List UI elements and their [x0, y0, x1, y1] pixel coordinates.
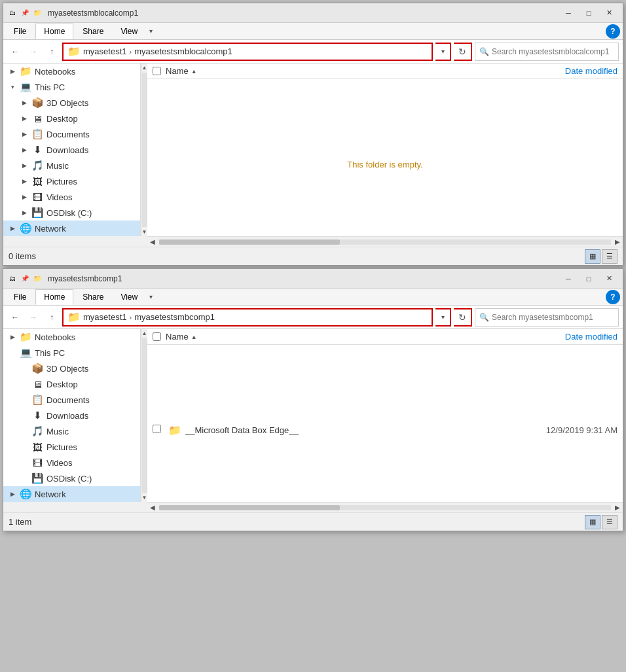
close-button[interactable]: ✕ — [599, 6, 619, 20]
file-checkbox[interactable] — [153, 425, 161, 433]
view-buttons: ▦ ☰ — [585, 249, 617, 264]
maximize-button[interactable]: □ — [579, 272, 598, 286]
hscroll-thumb[interactable] — [159, 239, 340, 245]
minimize-button[interactable]: ─ — [559, 6, 578, 20]
sidebar-item-desktop[interactable]: ▶ 🖥 Desktop — [3, 111, 140, 126]
sidebar-item-documents[interactable]: 📋 Documents — [3, 392, 140, 408]
sidebar-item-notebooks[interactable]: ▶ 📁 Notebooks — [3, 63, 140, 79]
sidebar-item-3d-objects[interactable]: 📦 3D Objects — [3, 361, 140, 376]
help-button[interactable]: ? — [606, 24, 620, 39]
sidebar: ▶ 📁 Notebooks 💻 This PC 📦 3D Objects 🖥 D… — [3, 329, 141, 502]
sidebar-item-this-pc[interactable]: 💻 This PC — [3, 345, 140, 361]
sidebar-item-music[interactable]: 🎵 Music — [3, 423, 140, 439]
tab-home[interactable]: Home — [35, 24, 73, 39]
tab-share[interactable]: Share — [75, 24, 111, 39]
titlebar-app-icons: 🗂 📌 📁 — [7, 8, 43, 18]
address-box[interactable]: 📁 myasetest1 › myasetestsmblocalcomp1 — [62, 43, 433, 61]
select-all-checkbox[interactable] — [153, 67, 161, 75]
sidebar-icon-pictures: 🖼 — [31, 175, 44, 187]
scroll-down-button[interactable]: ▼ — [142, 228, 147, 236]
select-all-checkbox[interactable] — [153, 332, 161, 341]
sidebar-item-network[interactable]: ▶ 🌐 Network — [3, 221, 140, 236]
search-input[interactable] — [492, 47, 614, 56]
sidebar-icon-desktop: 🖥 — [31, 378, 44, 390]
tab-view[interactable]: View — [113, 24, 145, 39]
address-box[interactable]: 📁 myasetest1 › myasetestsmbcomp1 — [62, 308, 433, 327]
app-icon-pin: 📌 — [20, 274, 30, 284]
sidebar-chevron-notebooks: ▶ — [9, 68, 16, 75]
vertical-scrollbar[interactable]: ▲ ▼ — [141, 329, 147, 502]
sidebar-label-downloads: Downloads — [46, 145, 138, 155]
grid-view-button[interactable]: ▦ — [585, 249, 600, 264]
sidebar-item-pictures[interactable]: 🖼 Pictures — [3, 439, 140, 455]
tab-file[interactable]: File — [6, 290, 34, 304]
sidebar-item-documents[interactable]: ▶ 📋 Documents — [3, 126, 140, 142]
header-checkbox[interactable] — [153, 67, 166, 75]
sidebar-item-3d-objects[interactable]: ▶ 📦 3D Objects — [3, 95, 140, 111]
address-dropdown-button[interactable]: ▾ — [435, 308, 451, 327]
sidebar-item-this-pc[interactable]: ▾ 💻 This PC — [3, 79, 140, 95]
horizontal-scrollbar[interactable]: ◀ ▶ — [147, 502, 623, 512]
header-checkbox[interactable] — [153, 332, 166, 341]
tab-share[interactable]: Share — [75, 290, 111, 304]
vertical-scrollbar[interactable]: ▲ ▼ — [141, 63, 147, 236]
maximize-button[interactable]: □ — [579, 6, 598, 20]
ribbon-chevron-icon[interactable]: ▾ — [147, 292, 155, 302]
up-button[interactable]: ↑ — [44, 309, 60, 325]
scroll-up-button[interactable]: ▲ — [142, 63, 147, 72]
hscroll-right-button[interactable]: ▶ — [612, 503, 623, 513]
minimize-button[interactable]: ─ — [559, 272, 578, 286]
sidebar-item-downloads[interactable]: ⬇ Downloads — [3, 408, 140, 423]
window-window1: 🗂 📌 📁 myasetestsmblocalcomp1 ─ □ ✕ FileH… — [3, 3, 623, 266]
forward-button[interactable]: → — [26, 309, 41, 325]
tab-file[interactable]: File — [6, 24, 34, 39]
close-button[interactable]: ✕ — [599, 272, 619, 286]
list-view-button[interactable]: ☰ — [602, 249, 617, 264]
sidebar-label-this-pc: This PC — [35, 82, 138, 92]
sidebar-item-desktop[interactable]: 🖥 Desktop — [3, 376, 140, 392]
hscroll-right-button[interactable]: ▶ — [612, 237, 623, 247]
sidebar-icon-notebooks: 📁 — [19, 65, 32, 77]
up-button[interactable]: ↑ — [44, 44, 60, 60]
table-row[interactable]: 📁 __Microsoft Data Box Edge__ 12/9/2019 … — [147, 422, 623, 438]
sidebar-item-music[interactable]: ▶ 🎵 Music — [3, 158, 140, 173]
sidebar-item-osdisk[interactable]: ▶ 💾 OSDisk (C:) — [3, 205, 140, 221]
search-box: 🔍 — [475, 43, 619, 61]
back-button[interactable]: ← — [7, 309, 23, 325]
column-date-modified[interactable]: Date modified — [500, 332, 617, 342]
sidebar-item-notebooks[interactable]: ▶ 📁 Notebooks — [3, 329, 140, 345]
column-name[interactable]: Name ▲ — [166, 332, 500, 342]
horizontal-scrollbar[interactable]: ◀ ▶ — [147, 236, 623, 247]
address-breadcrumb-part2: myasetestsmbcomp1 — [134, 312, 215, 322]
search-icon: 🔍 — [479, 47, 489, 56]
hscroll-left-button[interactable]: ◀ — [147, 503, 158, 513]
scroll-up-button[interactable]: ▲ — [142, 329, 147, 338]
file-list-body: 📁 __Microsoft Data Box Edge__ 12/9/2019 … — [147, 345, 623, 502]
sidebar-item-osdisk[interactable]: 💾 OSDisk (C:) — [3, 470, 140, 486]
back-button[interactable]: ← — [7, 44, 23, 60]
sidebar-item-videos[interactable]: 🎞 Videos — [3, 455, 140, 470]
addressbar: ←→↑ 📁 myasetest1 › myasetestsmbcomp1 ▾↻ … — [3, 306, 623, 329]
window-title: myasetestsmblocalcomp1 — [45, 9, 556, 18]
sidebar-item-pictures[interactable]: ▶ 🖼 Pictures — [3, 173, 140, 189]
list-view-button[interactable]: ☰ — [602, 515, 617, 529]
hscroll-thumb[interactable] — [159, 505, 340, 510]
grid-view-button[interactable]: ▦ — [585, 515, 600, 529]
tab-home[interactable]: Home — [35, 289, 73, 305]
ribbon-chevron-icon[interactable]: ▾ — [147, 26, 155, 36]
refresh-button[interactable]: ↻ — [454, 308, 472, 327]
column-date-modified[interactable]: Date modified — [500, 66, 617, 76]
forward-button[interactable]: → — [26, 44, 41, 60]
search-input[interactable] — [492, 313, 614, 322]
scroll-down-button[interactable]: ▼ — [142, 493, 147, 502]
help-button[interactable]: ? — [606, 290, 620, 304]
sidebar-item-downloads[interactable]: ▶ ⬇ Downloads — [3, 142, 140, 158]
address-dropdown-button[interactable]: ▾ — [435, 43, 451, 61]
column-name[interactable]: Name ▲ — [166, 66, 500, 76]
sidebar-item-videos[interactable]: ▶ 🎞 Videos — [3, 189, 140, 205]
sidebar-item-network[interactable]: ▶ 🌐 Network — [3, 486, 140, 502]
hscroll-left-button[interactable]: ◀ — [147, 237, 158, 247]
tab-view[interactable]: View — [113, 290, 145, 304]
row-checkbox[interactable] — [153, 425, 166, 435]
refresh-button[interactable]: ↻ — [454, 43, 472, 61]
